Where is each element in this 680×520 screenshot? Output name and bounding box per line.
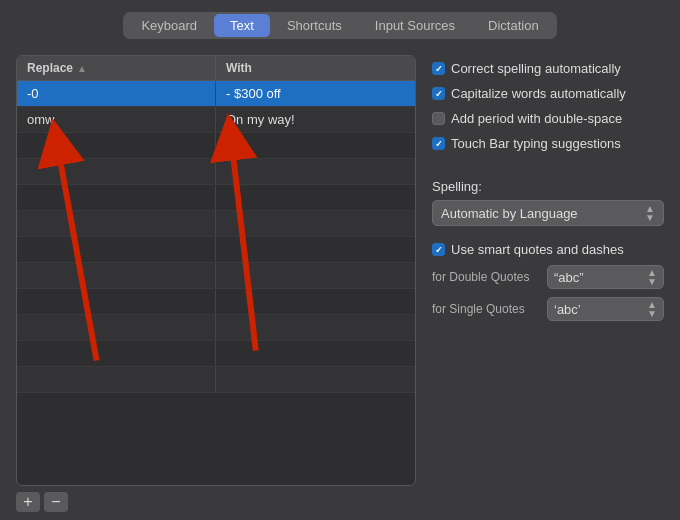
double-quotes-arrows-icon: ▲ ▼ xyxy=(647,268,657,286)
dropdown-arrows-icon: ▲ ▼ xyxy=(645,204,655,222)
table-row[interactable] xyxy=(17,263,415,289)
text-replacement-table[interactable]: Replace ▲ With -0 - $300 off xyxy=(16,55,416,486)
table-row[interactable]: omw On my way! xyxy=(17,107,415,133)
single-quotes-row: for Single Quotes ‘abc’ ▲ ▼ xyxy=(432,297,664,321)
sort-arrow-icon: ▲ xyxy=(77,63,87,74)
capitalize-words-checkbox[interactable] xyxy=(432,87,445,100)
single-quotes-label: for Single Quotes xyxy=(432,302,547,316)
tab-keyboard[interactable]: Keyboard xyxy=(125,14,213,37)
cell-with: On my way! xyxy=(216,107,415,132)
smart-quotes-checkbox[interactable] xyxy=(432,243,445,256)
touch-bar-checkbox[interactable] xyxy=(432,137,445,150)
add-button[interactable]: + xyxy=(16,492,40,512)
touch-bar-label: Touch Bar typing suggestions xyxy=(451,136,621,151)
col-replace-header: Replace ▲ xyxy=(17,56,216,80)
table-row[interactable] xyxy=(17,211,415,237)
tab-text[interactable]: Text xyxy=(214,14,270,37)
table-row[interactable] xyxy=(17,341,415,367)
tab-input-sources[interactable]: Input Sources xyxy=(359,14,471,37)
spelling-dropdown-value: Automatic by Language xyxy=(441,206,578,221)
double-quotes-value: “abc” xyxy=(554,270,584,285)
col-with-header: With xyxy=(216,56,415,80)
smart-quotes-row: Use smart quotes and dashes xyxy=(432,240,664,259)
table-row[interactable] xyxy=(17,185,415,211)
keyboard-preferences-window: Keyboard Text Shortcuts Input Sources Di… xyxy=(0,0,680,520)
cell-with: - $300 off xyxy=(216,81,415,106)
correct-spelling-row: Correct spelling automatically xyxy=(432,59,664,78)
tab-shortcuts[interactable]: Shortcuts xyxy=(271,14,358,37)
double-quotes-dropdown[interactable]: “abc” ▲ ▼ xyxy=(547,265,664,289)
single-quotes-arrows-icon: ▲ ▼ xyxy=(647,300,657,318)
correct-spelling-checkbox[interactable] xyxy=(432,62,445,75)
table-row[interactable]: -0 - $300 off xyxy=(17,81,415,107)
tab-dictation[interactable]: Dictation xyxy=(472,14,555,37)
spelling-label: Spelling: xyxy=(432,179,664,194)
right-panel: Correct spelling automatically Capitaliz… xyxy=(432,55,664,512)
double-quotes-label: for Double Quotes xyxy=(432,270,547,284)
table-row[interactable] xyxy=(17,159,415,185)
add-period-checkbox[interactable] xyxy=(432,112,445,125)
table-row[interactable] xyxy=(17,237,415,263)
tab-bar: Keyboard Text Shortcuts Input Sources Di… xyxy=(0,0,680,47)
single-quotes-value: ‘abc’ xyxy=(554,302,581,317)
capitalize-words-label: Capitalize words automatically xyxy=(451,86,626,101)
touch-bar-row: Touch Bar typing suggestions xyxy=(432,134,664,153)
correct-spelling-label: Correct spelling automatically xyxy=(451,61,621,76)
add-period-label: Add period with double-space xyxy=(451,111,622,126)
double-quotes-row: for Double Quotes “abc” ▲ ▼ xyxy=(432,265,664,289)
remove-button[interactable]: − xyxy=(44,492,68,512)
table-row[interactable] xyxy=(17,315,415,341)
table-row[interactable] xyxy=(17,367,415,393)
tab-group: Keyboard Text Shortcuts Input Sources Di… xyxy=(123,12,556,39)
smart-quotes-label: Use smart quotes and dashes xyxy=(451,242,624,257)
table-row[interactable] xyxy=(17,289,415,315)
table-row[interactable] xyxy=(17,133,415,159)
spelling-section: Spelling: Automatic by Language ▲ ▼ xyxy=(432,171,664,226)
spelling-dropdown[interactable]: Automatic by Language ▲ ▼ xyxy=(432,200,664,226)
cell-replace: -0 xyxy=(17,81,216,106)
left-panel: Replace ▲ With -0 - $300 off xyxy=(16,55,416,512)
capitalize-words-row: Capitalize words automatically xyxy=(432,84,664,103)
bottom-buttons: + − xyxy=(16,492,416,512)
smart-quotes-section: Use smart quotes and dashes for Double Q… xyxy=(432,240,664,321)
add-period-row: Add period with double-space xyxy=(432,109,664,128)
single-quotes-dropdown[interactable]: ‘abc’ ▲ ▼ xyxy=(547,297,664,321)
main-content: Replace ▲ With -0 - $300 off xyxy=(0,47,680,520)
cell-replace: omw xyxy=(17,107,216,132)
table-header: Replace ▲ With xyxy=(17,56,415,81)
